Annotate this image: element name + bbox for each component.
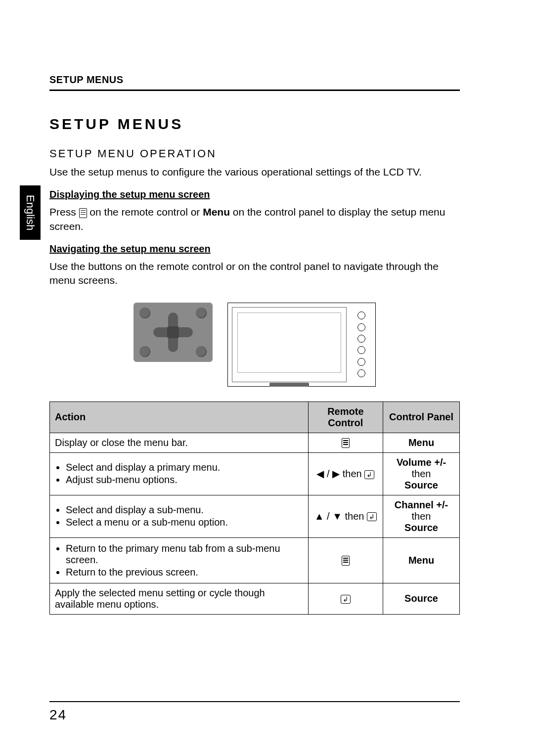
list-item: Return to the primary menu tab from a su…: [66, 543, 303, 566]
col-action: Action: [50, 401, 309, 433]
up-arrow-icon: ▲: [314, 511, 324, 522]
table-row: Display or close the menu bar. Menu: [50, 433, 460, 452]
table-row: Select and display a primary menu. Adjus…: [50, 452, 460, 495]
panel-cell: Menu: [383, 433, 460, 452]
action-cell: Return to the primary menu tab from a su…: [50, 537, 309, 583]
text: Source: [404, 522, 438, 533]
menu-bold: Menu: [203, 206, 230, 218]
navigate-paragraph: Use the buttons on the remote control or…: [49, 260, 460, 288]
menu-icon: [342, 438, 350, 448]
panel-cell: Menu: [383, 537, 460, 583]
actions-table: Action Remote Control Control Panel Disp…: [49, 401, 460, 615]
menu-icon: [79, 208, 87, 218]
tv-control-panel-diagram: [227, 303, 376, 387]
remote-control-diagram: [134, 303, 213, 362]
subheading-navigate: Navigating the setup menu screen: [49, 243, 460, 255]
col-panel: Control Panel: [383, 401, 460, 433]
list-item: Adjust sub-menu options.: [66, 474, 303, 486]
left-arrow-icon: ◀: [316, 468, 324, 479]
language-tab: English: [20, 185, 41, 240]
footer-rule: [49, 701, 460, 702]
remote-cell: ↲: [308, 583, 383, 614]
text: on the remote control or: [87, 206, 203, 218]
page-title: SETUP MENUS: [49, 116, 460, 133]
tv-back-diagram: [232, 307, 347, 382]
action-cell: Select and display a primary menu. Adjus…: [50, 452, 309, 495]
enter-icon: ↲: [341, 595, 351, 604]
panel-cell: Channel +/- then Source: [383, 495, 460, 537]
panel-cell: Source: [383, 583, 460, 614]
text: then: [412, 511, 431, 522]
text: /: [324, 468, 332, 479]
remote-button: [196, 308, 207, 318]
header-rule: [49, 89, 460, 91]
running-header: SETUP MENUS: [49, 74, 460, 86]
text: then: [340, 468, 364, 479]
text: Channel +/-: [395, 499, 448, 510]
page-number: 24: [49, 707, 67, 723]
list-item: Select and display a sub-menu.: [66, 504, 303, 516]
list-item: Select and display a primary menu.: [66, 462, 303, 473]
panel-cell: Volume +/- then Source: [383, 452, 460, 495]
right-arrow-icon: ▶: [332, 468, 340, 479]
remote-cell: [308, 537, 383, 583]
text: /: [324, 511, 332, 522]
table-row: Select and display a sub-menu. Select a …: [50, 495, 460, 537]
remote-button: [139, 308, 150, 318]
intro-text: Use the setup menus to configure the var…: [49, 165, 460, 179]
table-row: Apply the selected menu setting or cycle…: [50, 583, 460, 614]
page-content: SETUP MENUS SETUP MENUS SETUP MENU OPERA…: [49, 74, 460, 615]
list-item: Select a menu or a sub-menu option.: [66, 517, 303, 528]
text: then: [412, 468, 431, 479]
subheading-display: Displaying the setup menu screen: [49, 189, 460, 200]
remote-dpad: [153, 312, 193, 352]
action-cell: Apply the selected menu setting or cycle…: [50, 583, 309, 614]
text: Press: [49, 206, 79, 218]
text: then: [342, 511, 367, 522]
text: Volume +/-: [397, 457, 446, 468]
tv-side-buttons: [352, 307, 371, 382]
enter-icon: ↲: [364, 470, 374, 479]
remote-cell: ▲ / ▼ then ↲: [308, 495, 383, 537]
col-remote: Remote Control: [308, 401, 383, 433]
text: Source: [404, 480, 438, 490]
menu-icon: [342, 556, 350, 566]
action-cell: Display or close the menu bar.: [50, 433, 309, 452]
section-heading: SETUP MENU OPERATION: [49, 147, 460, 160]
enter-icon: ↲: [367, 512, 377, 521]
remote-button: [196, 346, 207, 357]
display-paragraph: Press on the remote control or Menu on t…: [49, 205, 460, 233]
table-row: Return to the primary menu tab from a su…: [50, 537, 460, 583]
diagram-row: [49, 303, 460, 387]
remote-cell: [308, 433, 383, 452]
remote-cell: ◀ / ▶ then ↲: [308, 452, 383, 495]
remote-button: [139, 346, 150, 357]
down-arrow-icon: ▼: [332, 511, 342, 522]
list-item: Return to the previous screen.: [66, 567, 303, 578]
action-cell: Select and display a sub-menu. Select a …: [50, 495, 309, 537]
